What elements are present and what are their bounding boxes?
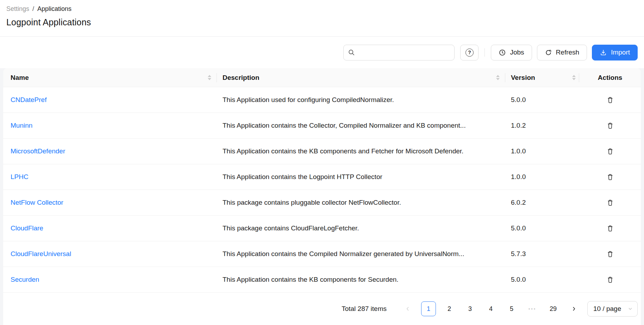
caret-up-down-icon <box>572 75 576 80</box>
app-description: This package contains pluggable collecto… <box>223 199 401 206</box>
pagination-page-3[interactable]: 3 <box>463 301 477 316</box>
app-name-link[interactable]: CloudFlare <box>11 224 43 232</box>
delete-button[interactable] <box>605 249 615 259</box>
search-input[interactable] <box>343 45 455 60</box>
pagination-page-29[interactable]: 29 <box>546 301 561 316</box>
search-box <box>343 45 455 60</box>
column-header-name[interactable]: Name <box>3 68 217 87</box>
delete-button[interactable] <box>605 146 615 157</box>
help-button[interactable]: ? <box>460 45 479 60</box>
pagination-prev-button[interactable] <box>400 301 415 316</box>
delete-button[interactable] <box>605 198 615 208</box>
app-description: This Application contains the KB compone… <box>223 276 399 283</box>
app-version: 1.0.2 <box>511 122 526 129</box>
caret-up-down-icon <box>208 75 211 80</box>
table-row: CloudFlareUniversal This Application con… <box>3 241 641 267</box>
trash-icon <box>607 96 614 104</box>
table-row: Securden This Application contains the K… <box>3 267 641 293</box>
table-row: MicrosoftDefender This Application conta… <box>3 139 641 164</box>
import-button[interactable]: Import <box>592 45 638 60</box>
app-version: 1.0.0 <box>511 173 526 180</box>
jobs-button-label: Jobs <box>510 49 524 56</box>
page-size-select[interactable]: 10 / page <box>587 301 638 317</box>
app-name-link[interactable]: CNDatePref <box>11 96 46 103</box>
app-description: This Application used for configuring Co… <box>223 96 394 103</box>
search-icon <box>348 49 355 56</box>
reload-icon <box>545 49 552 56</box>
pagination-ellipsis[interactable]: ••• <box>525 301 540 316</box>
download-icon <box>600 49 607 56</box>
app-version: 6.0.2 <box>511 199 526 206</box>
app-name-link[interactable]: MicrosoftDefender <box>11 147 65 155</box>
app-name-link[interactable]: NetFlow Collector <box>11 199 63 206</box>
table-row: CloudFlare This package contains CloudFl… <box>3 216 641 241</box>
trash-icon <box>607 276 614 283</box>
pagination-next-button[interactable] <box>567 301 581 316</box>
toolbar: ? Jobs Refresh Import <box>0 37 644 68</box>
caret-up-down-icon <box>496 75 500 80</box>
trash-icon <box>607 173 614 181</box>
table-row: CNDatePref This Application used for con… <box>3 87 641 113</box>
pagination-page-4[interactable]: 4 <box>483 301 498 316</box>
delete-button[interactable] <box>605 275 615 285</box>
chevron-left-icon <box>405 306 411 312</box>
question-circle-icon: ? <box>465 49 474 57</box>
app-description: This Application contains the Collector,… <box>223 122 466 129</box>
trash-icon <box>607 225 614 232</box>
column-header-actions-label: Actions <box>598 74 623 82</box>
pagination-page-5[interactable]: 5 <box>504 301 519 316</box>
clock-icon <box>499 49 506 56</box>
column-header-actions: Actions <box>579 68 641 87</box>
app-description: This package contains CloudFlareLogFetch… <box>223 224 359 232</box>
app-name-link[interactable]: Securden <box>11 276 39 283</box>
app-version: 5.0.0 <box>511 224 526 232</box>
refresh-button-label: Refresh <box>556 49 580 56</box>
table-row: Muninn This Application contains the Col… <box>3 113 641 139</box>
page-header: Settings / Applications Logpoint Applica… <box>0 0 644 37</box>
trash-icon <box>607 250 614 258</box>
chevron-right-icon <box>571 306 577 312</box>
trash-icon <box>607 199 614 206</box>
page-size-label: 10 / page <box>593 305 621 313</box>
table-row: LPHC This Application contains the Logpo… <box>3 164 641 190</box>
jobs-button[interactable]: Jobs <box>491 45 532 60</box>
table-header-row: Name Description Version Actions <box>3 68 641 87</box>
column-header-version[interactable]: Version <box>505 68 579 87</box>
pagination-page-2[interactable]: 2 <box>442 301 457 316</box>
pagination: Total 287 items 1 2 3 4 5 ••• 29 10 / pa… <box>3 293 641 317</box>
delete-button[interactable] <box>605 121 615 131</box>
app-version: 1.0.0 <box>511 147 526 155</box>
app-name-link[interactable]: LPHC <box>11 173 29 180</box>
app-description: This Application contains the KB compone… <box>223 147 463 155</box>
app-version: 5.7.3 <box>511 250 526 257</box>
column-header-name-label: Name <box>11 74 29 82</box>
app-version: 5.0.0 <box>511 276 526 283</box>
table-row: NetFlow Collector This package contains … <box>3 190 641 216</box>
column-header-description-label: Description <box>223 74 260 82</box>
page-title: Logpoint Applications <box>6 17 638 27</box>
app-version: 5.0.0 <box>511 96 526 103</box>
toolbar-divider <box>484 48 485 57</box>
breadcrumb-settings[interactable]: Settings <box>6 5 29 13</box>
refresh-button[interactable]: Refresh <box>537 45 587 60</box>
breadcrumb-separator: / <box>32 5 34 13</box>
column-header-description[interactable]: Description <box>217 68 505 87</box>
applications-table-card: Name Description Version Actions CNDateP… <box>3 68 641 325</box>
app-name-link[interactable]: Muninn <box>11 122 32 129</box>
import-button-label: Import <box>611 49 630 56</box>
delete-button[interactable] <box>605 172 615 182</box>
trash-icon <box>607 122 614 129</box>
delete-button[interactable] <box>605 223 615 234</box>
pagination-total: Total 287 items <box>342 305 387 313</box>
app-description: This Application contains the Logpoint H… <box>223 173 382 180</box>
trash-icon <box>607 148 614 155</box>
app-description: This Application contains the Compiled N… <box>223 250 464 257</box>
app-name-link[interactable]: CloudFlareUniversal <box>11 250 71 257</box>
breadcrumb: Settings / Applications <box>6 5 638 13</box>
breadcrumb-applications: Applications <box>37 5 71 13</box>
column-header-version-label: Version <box>511 74 535 82</box>
chevron-down-icon <box>627 306 633 312</box>
pagination-page-1[interactable]: 1 <box>421 301 436 316</box>
delete-button[interactable] <box>605 95 615 105</box>
